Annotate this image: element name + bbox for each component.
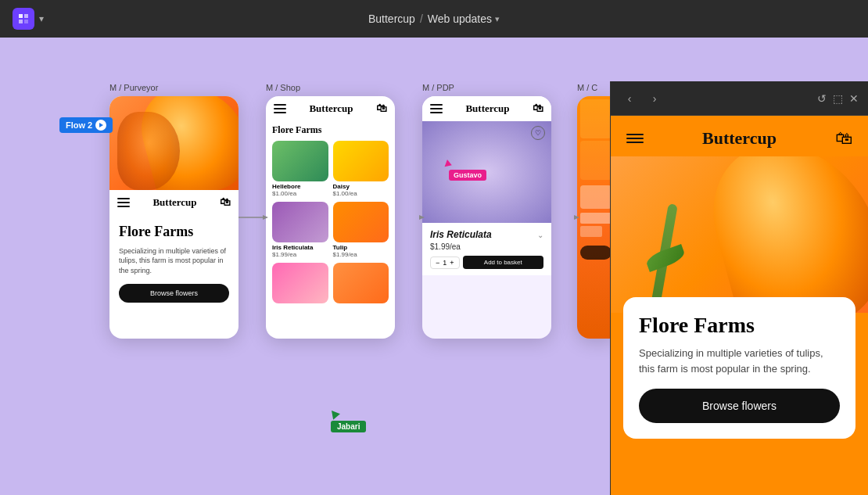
cart-icon[interactable]: 🛍 xyxy=(220,196,231,209)
frame3-hero: Gustavo ♡ xyxy=(422,121,551,223)
frame2-navbar: Buttercup 🛍 xyxy=(266,96,395,121)
frame3-product-name: Iris Reticulata xyxy=(430,229,492,240)
frame1-description: Specializing in multiple varieties of tu… xyxy=(119,246,229,276)
preview-back-button[interactable]: ‹ xyxy=(620,89,639,108)
list-item[interactable]: Tulip $1.99/ea xyxy=(333,202,389,258)
preview-close-button[interactable]: ✕ xyxy=(849,92,859,105)
jabari-cursor-label: Jabari xyxy=(331,421,366,432)
preview-actions: ↺ ⬚ ✕ xyxy=(817,92,859,105)
frame1-brand: Buttercup xyxy=(152,196,196,209)
add-to-basket-button[interactable]: Add to basket xyxy=(463,256,543,269)
gustavo-cursor: Gustavo xyxy=(446,160,486,181)
product-price: $1.00/ea xyxy=(272,190,328,197)
flow-badge[interactable]: Flow 2 xyxy=(59,117,113,133)
preview-hamburger-icon[interactable] xyxy=(626,134,644,143)
frame2-more-products xyxy=(272,263,389,303)
frame3-price: $1.99/ea xyxy=(430,242,543,251)
flow-play-button[interactable] xyxy=(95,120,106,131)
project-name[interactable]: Buttercup xyxy=(368,13,415,25)
jabari-cursor-arrow-icon xyxy=(332,409,341,420)
preview-card-description: Specializing in multiple varieties of tu… xyxy=(639,346,840,376)
svg-rect-1 xyxy=(24,14,28,18)
flow-badge-label: Flow 2 xyxy=(66,120,92,130)
branch-selector[interactable]: Web updates ▾ xyxy=(428,13,500,25)
qty-plus[interactable]: + xyxy=(450,259,454,267)
frame2-label: M / Shop xyxy=(266,83,300,92)
list-item[interactable]: Hellebore $1.00/ea xyxy=(272,141,328,197)
list-item[interactable]: Daisy $1.00/ea xyxy=(333,141,389,197)
frame3-navbar: Buttercup 🛍 xyxy=(422,96,551,121)
breadcrumb-separator: / xyxy=(420,13,423,25)
product-name: Iris Reticulata xyxy=(272,244,328,251)
frame1-navbar: Buttercup 🛍 xyxy=(109,190,239,215)
preview-external-button[interactable]: ⬚ xyxy=(833,92,843,105)
frame2-brand: Buttercup xyxy=(309,102,353,115)
frame3-cart-icon[interactable]: 🛍 xyxy=(533,102,543,115)
preview-hero xyxy=(611,156,868,313)
frame3-product-details: Iris Reticulata ⌄ $1.99/ea − 1 + Add to … xyxy=(422,223,551,275)
design-canvas: M / Purveyor Flow 2 Buttercup 🛍 Flore Fa… xyxy=(0,38,868,495)
cursor-arrow-icon xyxy=(445,160,454,169)
frame-shop: Buttercup 🛍 Flore Farms Hellebore $1.00/… xyxy=(266,96,395,339)
svg-rect-0 xyxy=(19,14,23,18)
app-menu-chevron[interactable]: ▾ xyxy=(39,13,44,24)
topbar-breadcrumb: Buttercup / Web updates ▾ xyxy=(368,13,500,25)
preview-content: Buttercup 🛍 Flore Farms Specializing in … xyxy=(611,116,868,495)
topbar: ▾ Buttercup / Web updates ▾ xyxy=(0,0,868,38)
cursor-label: Gustavo xyxy=(449,170,486,181)
topbar-left: ▾ xyxy=(13,8,44,30)
preview-brand: Buttercup xyxy=(702,128,777,149)
quantity-control[interactable]: − 1 + xyxy=(430,256,460,269)
frame3-expand-icon[interactable]: ⌄ xyxy=(537,231,543,239)
frame1-title: Flore Farms xyxy=(119,224,229,240)
product-price: $1.00/ea xyxy=(333,190,389,197)
product-name: Tulip xyxy=(333,244,389,251)
svg-rect-2 xyxy=(19,20,23,23)
svg-rect-3 xyxy=(24,20,28,23)
qty-minus[interactable]: − xyxy=(436,259,439,267)
app-logo[interactable] xyxy=(13,8,34,30)
product-price: $1.99/ea xyxy=(333,251,389,258)
favorite-icon[interactable]: ♡ xyxy=(531,126,545,140)
frame2-product-grid: Hellebore $1.00/ea Daisy $1.00/ea Iris R… xyxy=(272,141,389,258)
product-name: Hellebore xyxy=(272,183,328,190)
preview-card-title: Flore Farms xyxy=(639,313,840,338)
frame2-body: Flore Farms Hellebore $1.00/ea Daisy $1.… xyxy=(266,121,395,307)
preview-card: Flore Farms Specializing in multiple var… xyxy=(623,297,855,439)
preview-cart-icon[interactable]: 🛍 xyxy=(835,128,852,149)
preview-nav-group: ‹ › xyxy=(620,89,664,108)
jabari-cursor: Jabari xyxy=(332,410,366,432)
frame3-actions: − 1 + Add to basket xyxy=(430,256,543,269)
list-item[interactable]: Iris Reticulata $1.99/ea xyxy=(272,202,328,258)
frame3-label: M / PDP xyxy=(422,83,454,92)
branch-chevron-icon: ▾ xyxy=(495,14,500,24)
frame3-product-header: Iris Reticulata ⌄ xyxy=(430,229,543,240)
frame1-cta-button[interactable]: Browse flowers xyxy=(119,284,229,303)
frame3-brand: Buttercup xyxy=(465,102,509,115)
frame2-section-title: Flore Farms xyxy=(272,124,389,136)
frame1-label: M / Purveyor xyxy=(109,83,158,92)
frame-pdp: Buttercup 🛍 Gustavo ♡ Iris Reticulata ⌄ … xyxy=(422,96,551,339)
preview-panel: ‹ › ↺ ⬚ ✕ Buttercup 🛍 xyxy=(610,81,868,495)
product-name: Daisy xyxy=(333,183,389,190)
preview-toolbar: ‹ › ↺ ⬚ ✕ xyxy=(611,81,868,116)
qty-value: 1 xyxy=(443,259,447,267)
preview-cta-button[interactable]: Browse flowers xyxy=(639,389,840,423)
hamburger-icon[interactable] xyxy=(117,198,130,207)
frame4-label: M / C xyxy=(577,83,597,92)
frame1-body: Flore Farms Specializing in multiple var… xyxy=(109,215,239,312)
frame-cart-partial xyxy=(577,96,615,339)
frame3-hamburger-icon[interactable] xyxy=(430,104,443,113)
product-price: $1.99/ea xyxy=(272,251,328,258)
frame2-hamburger-icon[interactable] xyxy=(274,104,286,113)
preview-refresh-button[interactable]: ↺ xyxy=(817,92,827,105)
branch-name: Web updates xyxy=(428,13,492,25)
frame-purveyor: Buttercup 🛍 Flore Farms Specializing in … xyxy=(109,96,239,339)
preview-mobile-navbar: Buttercup 🛍 xyxy=(611,116,868,156)
preview-forward-button[interactable]: › xyxy=(645,89,664,108)
frame2-cart-icon[interactable]: 🛍 xyxy=(376,102,387,115)
